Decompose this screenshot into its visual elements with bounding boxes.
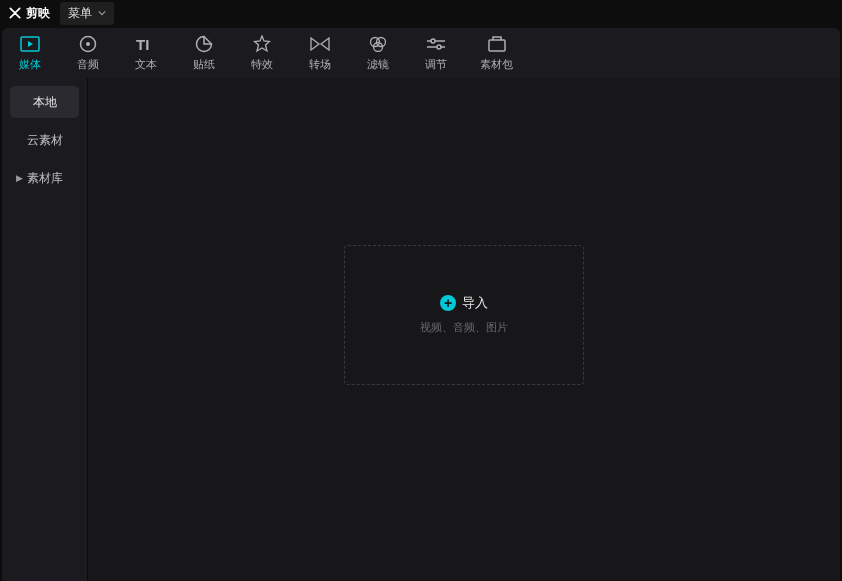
svg-point-8 <box>431 39 435 43</box>
effect-icon <box>252 35 272 53</box>
top-toolbar: 媒体 音频 TI 文本 贴纸 特效 转场 滤镜 <box>2 28 840 78</box>
tab-audio[interactable]: 音频 <box>74 35 102 72</box>
app-name: 剪映 <box>26 5 50 22</box>
tab-filter-label: 滤镜 <box>367 57 389 72</box>
tab-assetpack-label: 素材包 <box>480 57 513 72</box>
tab-effect-label: 特效 <box>251 57 273 72</box>
sticker-icon <box>194 35 214 53</box>
media-icon <box>20 35 40 53</box>
import-row: + 导入 <box>440 294 488 312</box>
chevron-down-icon <box>98 9 106 17</box>
sidebar: 本地 云素材 ▶ 素材库 <box>2 78 88 581</box>
filter-icon <box>368 35 388 53</box>
menu-label: 菜单 <box>68 5 92 22</box>
tab-text-label: 文本 <box>135 57 157 72</box>
tab-adjust[interactable]: 调节 <box>422 35 450 72</box>
workspace: 本地 云素材 ▶ 素材库 + 导入 视频、音频、图片 <box>2 78 840 581</box>
tab-effect[interactable]: 特效 <box>248 35 276 72</box>
svg-text:TI: TI <box>136 36 149 52</box>
svg-point-2 <box>86 42 90 46</box>
tab-sticker[interactable]: 贴纸 <box>190 35 218 72</box>
sidebar-item-label: 素材库 <box>27 170 63 187</box>
content-area: + 导入 视频、音频、图片 <box>88 78 840 581</box>
menu-button[interactable]: 菜单 <box>60 2 114 25</box>
audio-icon <box>78 35 98 53</box>
tab-text[interactable]: TI 文本 <box>132 35 160 72</box>
sidebar-item-library[interactable]: ▶ 素材库 <box>10 162 79 194</box>
text-icon: TI <box>136 35 156 53</box>
transition-icon <box>310 35 330 53</box>
import-label: 导入 <box>462 294 488 312</box>
tab-transition-label: 转场 <box>309 57 331 72</box>
sidebar-item-local[interactable]: 本地 <box>10 86 79 118</box>
tab-media-label: 媒体 <box>19 57 41 72</box>
import-hint: 视频、音频、图片 <box>420 320 508 335</box>
svg-point-10 <box>437 45 441 49</box>
app-logo: 剪映 <box>8 5 50 22</box>
import-dropzone[interactable]: + 导入 视频、音频、图片 <box>344 245 584 385</box>
adjust-icon <box>426 35 446 53</box>
tab-sticker-label: 贴纸 <box>193 57 215 72</box>
caret-right-icon: ▶ <box>16 173 23 183</box>
logo-icon <box>8 6 22 20</box>
tab-assetpack[interactable]: 素材包 <box>480 35 513 72</box>
sidebar-item-label: 本地 <box>33 94 57 111</box>
assetpack-icon <box>487 35 507 53</box>
tab-transition[interactable]: 转场 <box>306 35 334 72</box>
plus-icon: + <box>440 295 456 311</box>
sidebar-item-label: 云素材 <box>27 132 63 149</box>
titlebar: 剪映 菜单 <box>0 0 842 26</box>
sidebar-item-cloud[interactable]: 云素材 <box>10 124 79 156</box>
tab-audio-label: 音频 <box>77 57 99 72</box>
tab-filter[interactable]: 滤镜 <box>364 35 392 72</box>
tab-adjust-label: 调节 <box>425 57 447 72</box>
svg-rect-11 <box>489 40 505 51</box>
tab-media[interactable]: 媒体 <box>16 35 44 72</box>
